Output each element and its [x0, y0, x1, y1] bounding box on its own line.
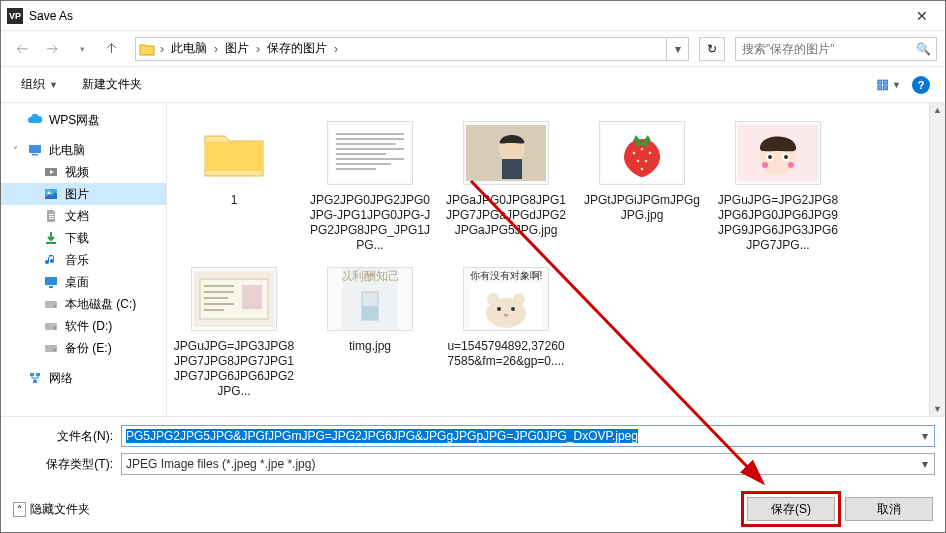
- window-title: Save As: [29, 9, 899, 23]
- image-item[interactable]: JPGuJPG=JPG2JPG8JPG6JPG0JPG6JPG9JPG9JPG6…: [713, 113, 843, 257]
- sidebar-item-9[interactable]: 软件 (D:): [1, 315, 166, 337]
- svg-rect-22: [336, 133, 404, 135]
- save-button[interactable]: 保存(S): [747, 497, 835, 521]
- svg-point-38: [645, 160, 648, 163]
- sidebar-item-3[interactable]: 图片: [1, 183, 166, 205]
- svg-rect-29: [336, 168, 376, 170]
- svg-rect-55: [204, 309, 224, 311]
- svg-rect-10: [45, 277, 57, 285]
- svg-rect-19: [36, 373, 40, 376]
- filetype-dropdown[interactable]: ▾: [916, 457, 934, 471]
- thumbnail: [463, 117, 549, 189]
- svg-point-47: [788, 162, 794, 168]
- search-icon[interactable]: 🔍: [910, 42, 936, 56]
- folder-item[interactable]: 1: [169, 113, 299, 257]
- music-icon: [43, 252, 59, 268]
- sidebar-item-6[interactable]: 音乐: [1, 249, 166, 271]
- sidebar-item-2[interactable]: 视频: [1, 161, 166, 183]
- sidebar-item-label: 音乐: [65, 252, 89, 269]
- search-box[interactable]: 🔍: [735, 37, 937, 61]
- cancel-button[interactable]: 取消: [845, 497, 933, 521]
- recent-locations-button[interactable]: ▾: [69, 36, 95, 62]
- sidebar-item-4[interactable]: 文档: [1, 205, 166, 227]
- filetype-field[interactable]: JPEG Image files (*.jpeg *.jpe *.jpg) ▾: [121, 453, 935, 475]
- folder-icon: [136, 42, 158, 56]
- new-folder-button[interactable]: 新建文件夹: [74, 72, 150, 97]
- sidebar-item-label: 网络: [49, 370, 73, 387]
- filename-value[interactable]: PG5JPG2JPG5JPG&JPGfJPGmJPG=JPG2JPG6JPG&J…: [126, 429, 638, 443]
- image-item[interactable]: 以利酬知己timg.jpg: [305, 259, 435, 403]
- search-input[interactable]: [736, 42, 910, 56]
- sidebar-item-label: 备份 (E:): [65, 340, 112, 357]
- sidebar-item-7[interactable]: 桌面: [1, 271, 166, 293]
- up-button[interactable]: 🡡: [99, 36, 125, 62]
- help-icon: ?: [912, 76, 930, 94]
- thumbnail: [327, 117, 413, 189]
- filename-dropdown[interactable]: ▾: [916, 429, 934, 443]
- file-name: JPGtJPGiJPGmJPGgJPG.jpg: [581, 193, 703, 223]
- svg-point-63: [513, 293, 525, 305]
- refresh-button[interactable]: ↻: [699, 37, 725, 61]
- titlebar: VP Save As ✕: [1, 1, 945, 31]
- sidebar-item-8[interactable]: 本地磁盘 (C:): [1, 293, 166, 315]
- svg-point-44: [768, 155, 772, 159]
- cloud-icon: [27, 112, 43, 128]
- filename-label: 文件名(N):: [11, 428, 121, 445]
- svg-rect-28: [336, 163, 391, 165]
- help-button[interactable]: ?: [909, 73, 933, 97]
- breadcrumb[interactable]: › 此电脑 › 图片 › 保存的图片 › ▾: [135, 37, 689, 61]
- filetype-label: 保存类型(T):: [11, 456, 121, 473]
- breadcrumb-part-0[interactable]: 此电脑: [166, 38, 212, 59]
- svg-point-37: [637, 160, 640, 163]
- organize-menu[interactable]: 组织 ▼: [13, 72, 66, 97]
- svg-point-66: [504, 314, 509, 317]
- svg-rect-59: [362, 306, 378, 320]
- file-pane[interactable]: 1JPG2JPG0JPG2JPG0JPG-JPG1JPG0JPG-JPG2JPG…: [167, 103, 945, 416]
- svg-rect-26: [336, 153, 386, 155]
- view-options-button[interactable]: ▼: [877, 73, 901, 97]
- breadcrumb-part-2[interactable]: 保存的图片: [262, 38, 332, 59]
- chevron-right-icon[interactable]: ›: [254, 42, 262, 56]
- sidebar-item-10[interactable]: 备份 (E:): [1, 337, 166, 359]
- sidebar-item-label: 此电脑: [49, 142, 85, 159]
- thumbnail: [735, 117, 821, 189]
- chevron-right-icon[interactable]: ›: [158, 42, 166, 56]
- svg-rect-32: [502, 159, 522, 179]
- vertical-scrollbar[interactable]: ▲ ▼: [929, 103, 945, 416]
- image-item[interactable]: JPGtJPGiJPGmJPGgJPG.jpg: [577, 113, 707, 257]
- pic-icon: [43, 186, 59, 202]
- expand-icon[interactable]: ˅: [13, 145, 18, 156]
- close-button[interactable]: ✕: [899, 1, 945, 31]
- sidebar-item-label: 文档: [65, 208, 89, 225]
- sidebar-item-label: 桌面: [65, 274, 89, 291]
- hide-folders-label: 隐藏文件夹: [30, 501, 90, 518]
- file-name: u=1545794892,372607585&fm=26&gp=0....: [445, 339, 567, 369]
- forward-button: 🡢: [39, 36, 65, 62]
- breadcrumb-dropdown[interactable]: ▾: [666, 38, 688, 60]
- svg-point-15: [54, 327, 56, 329]
- chevron-right-icon[interactable]: ›: [212, 42, 220, 56]
- file-name: 1: [231, 193, 238, 208]
- sidebar-item-5[interactable]: 下载: [1, 227, 166, 249]
- sidebar-item-0[interactable]: WPS网盘: [1, 109, 166, 131]
- filename-field[interactable]: PG5JPG2JPG5JPG&JPGfJPGmJPG=JPG2JPG6JPG&J…: [121, 425, 935, 447]
- hide-folders-button[interactable]: ˄ 隐藏文件夹: [13, 501, 90, 518]
- sidebar-item-11[interactable]: 网络: [1, 367, 166, 389]
- svg-point-65: [511, 307, 515, 311]
- image-item[interactable]: JPG2JPG0JPG2JPG0JPG-JPG1JPG0JPG-JPG2JPG8…: [305, 113, 435, 257]
- svg-point-35: [641, 148, 644, 151]
- image-item[interactable]: 你有没有对象啊!u=1545794892,372607585&fm=26&gp=…: [441, 259, 571, 403]
- new-folder-label: 新建文件夹: [82, 76, 142, 93]
- image-item[interactable]: JPGaJPG0JPG8JPG1JPG7JPGaJPGdJPG2JPGaJPG5…: [441, 113, 571, 257]
- svg-rect-9: [46, 242, 56, 244]
- back-button[interactable]: 🡠: [9, 36, 35, 62]
- scroll-up-icon[interactable]: ▲: [933, 105, 942, 115]
- image-item[interactable]: JPGuJPG=JPG3JPG8JPG7JPG8JPG7JPG1JPG7JPG6…: [169, 259, 299, 403]
- sidebar-item-label: 本地磁盘 (C:): [65, 296, 136, 313]
- chevron-up-icon: ˄: [13, 502, 26, 517]
- chevron-right-icon[interactable]: ›: [332, 42, 340, 56]
- breadcrumb-part-1[interactable]: 图片: [220, 38, 254, 59]
- sidebar-item-1[interactable]: ˅此电脑: [1, 139, 166, 161]
- scroll-down-icon[interactable]: ▼: [933, 404, 942, 414]
- svg-point-13: [54, 305, 56, 307]
